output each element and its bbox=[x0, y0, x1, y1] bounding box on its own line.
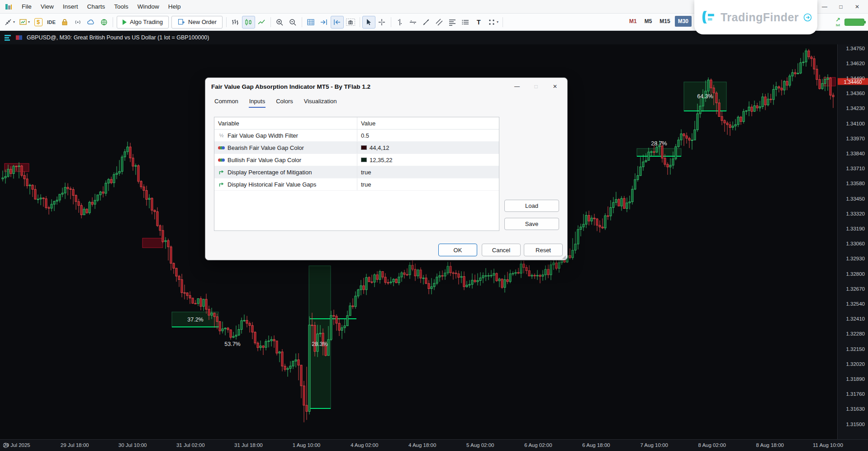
signal-button[interactable] bbox=[71, 16, 84, 29]
color-type-icon bbox=[218, 146, 225, 149]
variable-name: Bullish Fair Value Gap Color bbox=[228, 157, 301, 163]
vertical-line-tool-button[interactable] bbox=[394, 16, 407, 29]
chart-template-icon bbox=[19, 18, 28, 27]
market-watch-icon[interactable] bbox=[4, 34, 11, 41]
price-label: 1.32800 bbox=[846, 271, 865, 277]
input-row[interactable]: Bullish Fair Value Gap Color12,35,22 bbox=[214, 154, 499, 166]
cancel-button[interactable]: Cancel bbox=[482, 244, 521, 256]
tradingfinder-logo-icon bbox=[700, 9, 716, 25]
screenshot-button[interactable] bbox=[344, 16, 357, 29]
new-order-button[interactable]: New Order bbox=[171, 16, 223, 29]
shapes-tool-dropdown[interactable]: ▾ bbox=[485, 16, 500, 29]
timeframe-m5[interactable]: M5 bbox=[641, 16, 655, 27]
toolbar-separator bbox=[360, 17, 360, 27]
maximize-button[interactable]: □ bbox=[833, 1, 849, 12]
brand-arrow-icon bbox=[803, 13, 812, 22]
price-label: 1.33710 bbox=[846, 166, 865, 171]
value-cell: true bbox=[357, 166, 499, 178]
lock-icon bbox=[60, 18, 69, 27]
algo-trading-label: Algo Trading bbox=[130, 19, 163, 25]
color-swatch bbox=[361, 158, 367, 162]
time-label: 29 Jul 18:00 bbox=[61, 442, 89, 448]
line-tool-dropdown[interactable]: ▾ bbox=[2, 16, 17, 29]
timeframe-m1[interactable]: M1 bbox=[626, 16, 640, 27]
tab-inputs[interactable]: Inputs bbox=[249, 96, 266, 108]
timeframe-m30[interactable]: M30 bbox=[675, 16, 692, 27]
tab-visualization[interactable]: Visualization bbox=[304, 96, 337, 108]
load-button[interactable]: Load bbox=[504, 200, 559, 212]
menu-item-tools[interactable]: Tools bbox=[109, 1, 133, 12]
price-label: 1.31890 bbox=[846, 376, 865, 382]
menu-item-window[interactable]: Window bbox=[133, 1, 164, 12]
menu-item-file[interactable]: File bbox=[17, 1, 36, 12]
crosshair-icon bbox=[377, 18, 386, 27]
chart-template-dropdown[interactable]: ▾ bbox=[17, 16, 32, 29]
toolbar-separator bbox=[270, 17, 271, 27]
crosshair-button[interactable] bbox=[375, 16, 389, 29]
channel-tool-button[interactable] bbox=[433, 16, 446, 29]
dialog-maximize-button[interactable]: □ bbox=[526, 80, 545, 93]
close-button[interactable]: ✕ bbox=[849, 1, 865, 12]
timeframe-m15[interactable]: M15 bbox=[656, 16, 673, 27]
minimize-button[interactable]: — bbox=[816, 1, 833, 12]
value-cell: 12,35,22 bbox=[357, 154, 499, 166]
fvg-percentage-label: 28.7% bbox=[651, 140, 667, 147]
community-button[interactable] bbox=[97, 16, 110, 29]
algo-trading-button[interactable]: Algo Trading bbox=[117, 16, 169, 29]
dialog-close-button[interactable]: ✕ bbox=[545, 80, 564, 93]
chart-shift-button[interactable] bbox=[331, 16, 344, 29]
variable-cell: Bullish Fair Value Gap Color bbox=[214, 154, 357, 166]
save-button[interactable]: Save bbox=[504, 218, 559, 230]
cloud-button[interactable] bbox=[84, 16, 97, 29]
ok-button[interactable]: OK bbox=[438, 244, 477, 256]
chevron-down-icon: ▾ bbox=[497, 20, 498, 24]
fibonacci-icon bbox=[448, 18, 457, 27]
trendline-tool-button[interactable] bbox=[420, 16, 433, 29]
levels-icon bbox=[461, 18, 470, 27]
cursor-button[interactable] bbox=[362, 16, 375, 29]
fibonacci-tool-button[interactable] bbox=[446, 16, 459, 29]
text-tool-button[interactable]: T bbox=[472, 16, 485, 29]
input-row[interactable]: ½Fair Value Gap Width Filter0.5 bbox=[214, 130, 499, 142]
menu-item-help[interactable]: Help bbox=[164, 1, 185, 12]
tradingfinder-brand-card: TradingFinder bbox=[694, 0, 817, 34]
lock-button[interactable] bbox=[58, 16, 71, 29]
ide-label: IDE bbox=[47, 19, 56, 25]
ide-button[interactable]: IDE bbox=[45, 16, 58, 29]
grid-button[interactable] bbox=[304, 16, 318, 29]
menu-item-view[interactable]: View bbox=[36, 1, 58, 12]
menu-item-charts[interactable]: Charts bbox=[83, 1, 110, 12]
dialog-titlebar[interactable]: Fair Value Gap Absorption Indicator MT5 … bbox=[205, 78, 567, 95]
window-controls: — □ ✕ bbox=[816, 1, 865, 12]
market-dollar-button[interactable]: $ bbox=[32, 16, 45, 29]
menu-item-insert[interactable]: Insert bbox=[58, 1, 83, 12]
variable-name: Display Historical Fair Value Gaps bbox=[228, 181, 316, 188]
line-tool-icon bbox=[4, 18, 13, 27]
auto-scroll-button[interactable] bbox=[318, 16, 331, 29]
levels-tool-button[interactable] bbox=[459, 16, 472, 29]
tab-common[interactable]: Common bbox=[214, 96, 239, 108]
tab-colors[interactable]: Colors bbox=[275, 96, 294, 108]
bar-chart-mode-button[interactable] bbox=[229, 16, 242, 29]
input-row[interactable]: Display Historical Fair Value Gapstrue bbox=[214, 178, 499, 191]
reset-button[interactable]: Reset bbox=[524, 244, 563, 256]
toolbar-separator bbox=[113, 17, 113, 27]
menu-items: FileViewInsertChartsToolsWindowHelp bbox=[17, 1, 185, 12]
price-axis[interactable]: 1.34460 1.347501.346201.344901.343601.34… bbox=[837, 44, 868, 439]
price-label: 1.33580 bbox=[846, 181, 865, 186]
input-row[interactable]: Bearish Fair Value Gap Color44,4,12 bbox=[214, 142, 499, 154]
horizontal-line-tool-button[interactable] bbox=[407, 16, 420, 29]
price-label: 1.32670 bbox=[846, 286, 865, 292]
input-row[interactable]: Display Percentage of Mitigationtrue bbox=[214, 166, 499, 178]
zoom-out-button[interactable] bbox=[286, 16, 299, 29]
dialog-title: Fair Value Gap Absorption Indicator MT5 … bbox=[211, 83, 508, 90]
dialog-minimize-button[interactable]: — bbox=[508, 80, 526, 93]
grid-icon bbox=[306, 18, 315, 27]
zoom-in-button[interactable] bbox=[273, 16, 286, 29]
line-chart-mode-button[interactable] bbox=[255, 16, 268, 29]
chart-title: GBPUSD@, M30: Great British Pound vs US … bbox=[27, 34, 209, 41]
dialog-resize-grip[interactable]: ◢ bbox=[562, 254, 566, 259]
candle-chart-mode-button[interactable] bbox=[242, 16, 255, 29]
screenshot-icon bbox=[346, 18, 356, 27]
time-axis[interactable]: 29 Jul 202529 Jul 18:0030 Jul 10:0031 Ju… bbox=[0, 439, 868, 451]
